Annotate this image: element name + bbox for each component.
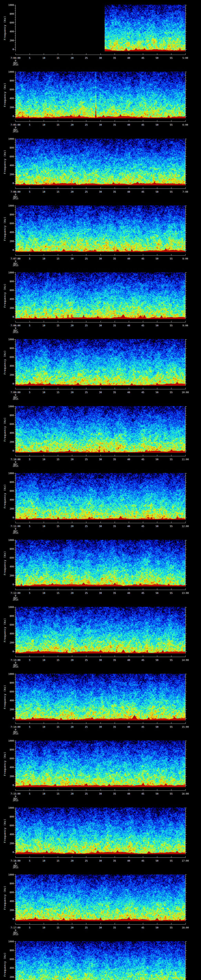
x-tick xyxy=(129,589,129,590)
x-tick xyxy=(58,789,58,791)
x-tick xyxy=(44,923,44,924)
x-tick-label: 25 xyxy=(85,57,88,59)
y-tick-label: 600 xyxy=(5,958,14,960)
y-tick xyxy=(185,380,186,380)
x-tick-label: 55 xyxy=(170,124,172,126)
x-tick-label: 25 xyxy=(85,258,88,260)
x-tick xyxy=(129,120,129,121)
x-tick-label: 50 xyxy=(156,525,158,527)
y-tick xyxy=(185,748,186,748)
y-tick xyxy=(185,97,186,97)
y-tick xyxy=(185,30,186,30)
x-tick-label: 25 xyxy=(85,325,88,327)
x-tick-label: 40 xyxy=(127,391,130,394)
y-tick-label: 400 xyxy=(5,766,14,768)
x-tick xyxy=(72,722,72,724)
y-tick xyxy=(185,972,186,972)
y-tick xyxy=(14,317,16,317)
y-tick xyxy=(14,72,16,72)
x-tick xyxy=(100,388,101,389)
y-tick xyxy=(14,977,16,977)
y-tick xyxy=(15,907,16,907)
x-tick xyxy=(72,455,72,456)
x-tick-label: 10 xyxy=(42,325,45,327)
y-tick xyxy=(185,547,186,547)
y-tick xyxy=(15,102,16,102)
x-tick-label: 35 xyxy=(113,726,116,728)
y-tick-label: 0 xyxy=(5,583,14,585)
y-tick xyxy=(185,422,186,423)
y-tick xyxy=(14,139,16,139)
y-tick xyxy=(14,482,16,482)
start-time-label: 7:12:00 xyxy=(11,592,21,594)
y-tick xyxy=(15,209,16,210)
y-tick-label: 600 xyxy=(5,824,14,827)
y-tick xyxy=(185,783,186,784)
y-tick-label: 1000 xyxy=(5,673,14,675)
y-tick xyxy=(14,5,16,5)
y-tick xyxy=(14,616,16,616)
x-tick xyxy=(115,388,115,389)
x-tick-label: 25 xyxy=(85,191,88,193)
x-tick xyxy=(115,923,115,924)
y-tick xyxy=(14,566,16,567)
x-tick xyxy=(129,522,129,523)
y-tick xyxy=(15,511,16,511)
x-axis: 7:08:005101520253035404550559:009Apr2015 xyxy=(16,322,185,323)
y-tick xyxy=(14,148,16,148)
x-tick xyxy=(143,53,143,55)
start-time-label: 7:11:00 xyxy=(11,525,21,527)
y-tick xyxy=(185,139,187,139)
date-year-label: 2015 xyxy=(13,197,18,200)
y-tick xyxy=(15,247,16,247)
y-tick xyxy=(14,558,16,558)
plot-area: 02004006008001000 xyxy=(16,941,185,980)
x-tick xyxy=(44,589,44,590)
x-tick-label: 15 xyxy=(56,391,59,394)
x-tick-label: 40 xyxy=(127,57,130,59)
y-tick xyxy=(15,280,16,280)
y-tick xyxy=(185,484,186,484)
x-tick-label: 55 xyxy=(170,325,172,327)
y-tick xyxy=(15,26,16,27)
y-tick-label: 600 xyxy=(5,891,14,894)
y-axis-title: Frequency (Hz) xyxy=(3,618,6,642)
start-time-label: 7:04:00 xyxy=(11,57,21,59)
end-time-label: 14:00 xyxy=(182,659,189,661)
x-tick-label: 5 xyxy=(29,726,30,728)
date-year-label: 2015 xyxy=(13,130,18,133)
y-tick xyxy=(15,885,16,886)
x-tick-label: 10 xyxy=(42,860,45,862)
x-tick-label: 50 xyxy=(156,391,158,394)
x-tick xyxy=(129,789,129,791)
end-time-label: 10:00 xyxy=(182,391,189,394)
x-tick-label: 35 xyxy=(113,926,116,929)
y-tick-label: 400 xyxy=(5,499,14,501)
y-tick xyxy=(185,382,186,382)
x-tick xyxy=(44,321,44,322)
x-tick xyxy=(72,388,72,389)
y-tick xyxy=(185,767,187,768)
x-tick-label: 45 xyxy=(142,525,144,527)
end-time-label: 16:00 xyxy=(182,792,189,795)
y-tick xyxy=(185,236,186,236)
x-tick xyxy=(72,789,72,791)
x-tick xyxy=(129,455,129,456)
y-tick-label: 600 xyxy=(5,88,14,91)
x-tick xyxy=(44,120,44,121)
x-tick-label: 10 xyxy=(42,525,45,527)
y-tick xyxy=(15,563,16,563)
y-tick xyxy=(185,280,186,280)
x-tick-label: 50 xyxy=(156,57,158,59)
x-tick-label: 5 xyxy=(29,860,30,862)
y-tick xyxy=(185,815,186,815)
y-tick xyxy=(185,834,187,835)
y-tick xyxy=(14,625,16,625)
x-tick-label: 15 xyxy=(56,659,59,661)
x-tick xyxy=(86,455,86,456)
x-tick-label: 40 xyxy=(127,458,130,461)
y-tick-label: 800 xyxy=(5,280,14,283)
y-tick xyxy=(14,959,16,959)
y-axis-title: Frequency (Hz) xyxy=(3,752,6,776)
y-tick xyxy=(15,444,16,444)
